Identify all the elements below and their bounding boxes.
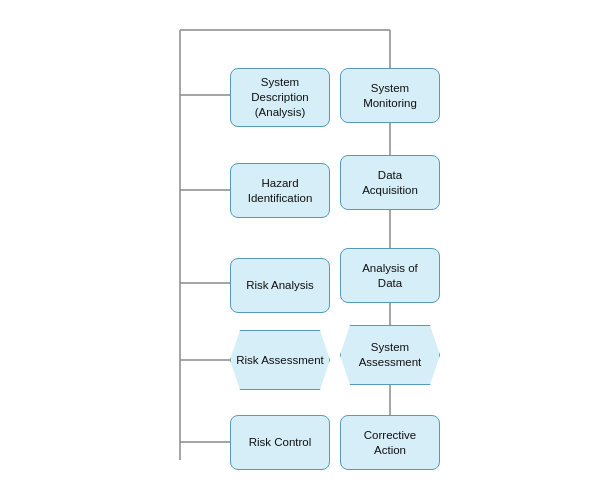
node-corrective-action: Corrective Action <box>340 415 440 470</box>
node-analysis-of-data: Analysis of Data <box>340 248 440 303</box>
diagram-container: System Description (Analysis) Hazard Ide… <box>0 0 600 500</box>
node-system-description: System Description (Analysis) <box>230 68 330 127</box>
node-data-acquisition: Data Acquisition <box>340 155 440 210</box>
node-risk-assessment: Risk Assessment <box>230 330 330 390</box>
node-hazard-identification: Hazard Identification <box>230 163 330 218</box>
node-system-monitoring: System Monitoring <box>340 68 440 123</box>
node-risk-analysis: Risk Analysis <box>230 258 330 313</box>
node-risk-control: Risk Control <box>230 415 330 470</box>
node-system-assessment: System Assessment <box>340 325 440 385</box>
